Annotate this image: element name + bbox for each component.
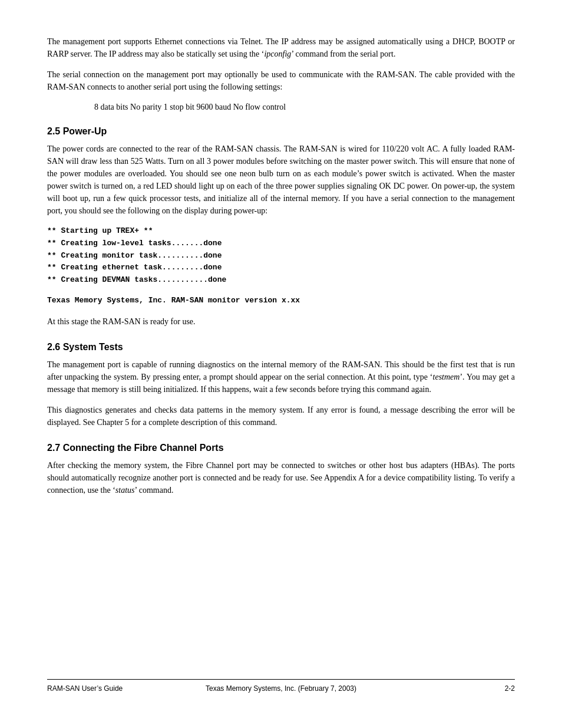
section-25-after: At this stage the RAM-SAN is ready for u… (47, 315, 515, 328)
code-line-2: ** Creating low-level tasks.......done (47, 238, 515, 250)
section-25-heading: 2.5 Power-Up (47, 126, 515, 137)
intro-paragraph-1: The management port supports Ethernet co… (47, 35, 515, 60)
ipconfig-italic: ipconfig (264, 50, 291, 58)
intro-paragraph-2: The serial connection on the management … (47, 68, 515, 93)
section-26-p2: This diagnostics generates and checks da… (47, 404, 515, 429)
page-footer: RAM-SAN User’s Guide Texas Memory System… (47, 679, 515, 693)
section-27-p1: After checking the memory system, the Fi… (47, 459, 515, 496)
footer-center: Texas Memory Systems, Inc. (February 7, … (203, 684, 359, 693)
status-italic: status (115, 486, 135, 495)
boot-code-block: ** Starting up TREX+ ** ** Creating low-… (47, 225, 515, 286)
version-line: RAM-SAN monitor version x.xx (171, 296, 300, 305)
code-line-1: ** Starting up TREX+ ** (47, 225, 515, 238)
testmem-italic: testmem (433, 373, 460, 381)
page: The management port supports Ethernet co… (0, 0, 562, 728)
code-line-3: ** Creating monitor task..........done (47, 250, 515, 262)
code-line-4: ** Creating ethernet task.........done (47, 262, 515, 274)
footer-right: 2-2 (359, 684, 515, 693)
serial-settings: 8 data bits No parity 1 stop bit 9600 ba… (94, 103, 515, 112)
footer-left: RAM-SAN User’s Guide (47, 684, 203, 693)
version-code-block: Texas Memory Systems, Inc. RAM-SAN monit… (47, 295, 515, 307)
section-25-body: The power cords are connected to the rea… (47, 143, 515, 217)
company-line: Texas Memory Systems, Inc. (47, 296, 167, 305)
code-line-5: ** Creating DEVMAN tasks...........done (47, 274, 515, 286)
section-26-heading: 2.6 System Tests (47, 342, 515, 353)
main-content: The management port supports Ethernet co… (47, 35, 515, 679)
section-26-p1: The management port is capable of runnin… (47, 358, 515, 396)
section-27-heading: 2.7 Connecting the Fibre Channel Ports (47, 443, 515, 453)
